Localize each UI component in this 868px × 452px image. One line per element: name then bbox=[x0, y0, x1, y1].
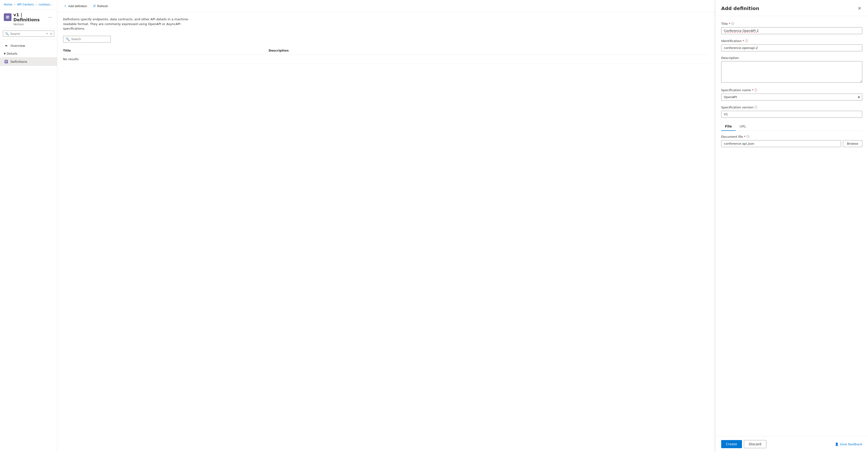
search-input[interactable] bbox=[10, 32, 44, 36]
content-description: Definitions specify endpoints, data cont… bbox=[63, 17, 202, 31]
form-field-title: Title * ⓘ bbox=[721, 22, 862, 34]
collapse-panel-button[interactable]: « bbox=[50, 32, 52, 36]
table-row-empty: No results bbox=[63, 55, 710, 63]
add-definition-button[interactable]: ＋ Add definition bbox=[61, 2, 90, 9]
spec-name-info-icon[interactable]: ⓘ bbox=[754, 88, 757, 92]
column-header-description: Description bbox=[269, 46, 710, 55]
left-panel: Home › API Centers › contoso-api-center … bbox=[0, 0, 57, 452]
column-header-title: Title bbox=[63, 46, 269, 55]
page-subtitle: Version bbox=[13, 23, 53, 26]
document-file-input[interactable] bbox=[721, 140, 841, 147]
sidebar-section-details[interactable]: ▼ Details bbox=[0, 50, 57, 57]
breadcrumb-contoso[interactable]: contoso-api-center | APIs bbox=[39, 3, 57, 6]
doc-file-info-icon[interactable]: ⓘ bbox=[746, 135, 749, 139]
search-box-container: 🔍 × « bbox=[0, 28, 57, 39]
definitions-label: Definitions bbox=[10, 60, 27, 63]
svg-rect-5 bbox=[5, 61, 7, 61]
form-label-spec-name: Specification name * ⓘ bbox=[721, 88, 862, 92]
spec-version-input[interactable] bbox=[721, 111, 862, 118]
table-search-input[interactable] bbox=[71, 37, 108, 41]
sidebar-item-definitions[interactable]: Definitions bbox=[0, 57, 57, 66]
page-header: v1 | Definitions ··· Version bbox=[0, 9, 57, 28]
doc-file-required: * bbox=[744, 135, 746, 139]
create-button[interactable]: Create bbox=[721, 440, 742, 448]
definitions-table: Title Description No results bbox=[63, 46, 710, 63]
feedback-icon: 👤 bbox=[835, 443, 839, 446]
add-definition-label: Add definition bbox=[68, 4, 87, 8]
form-label-spec-version: Specification version ⓘ bbox=[721, 105, 862, 109]
form-label-title: Title * ⓘ bbox=[721, 22, 862, 26]
svg-rect-1 bbox=[6, 16, 9, 17]
content-area: Definitions specify endpoints, data cont… bbox=[57, 12, 715, 452]
file-upload-row: Browse bbox=[721, 140, 862, 147]
breadcrumb: Home › API Centers › contoso-api-center … bbox=[0, 0, 57, 9]
identification-required: * bbox=[742, 39, 744, 43]
spec-name-select-wrapper: OpenAPI AsyncAPI WSDL WADL GraphQL ▼ bbox=[721, 94, 862, 100]
refresh-icon: ↺ bbox=[93, 4, 96, 8]
side-panel-footer: Create Discard 👤 Give feedback bbox=[715, 436, 868, 452]
form-field-spec-version: Specification version ⓘ bbox=[721, 105, 862, 118]
side-panel-title: Add definition bbox=[721, 5, 759, 11]
title-info-icon[interactable]: ⓘ bbox=[731, 22, 734, 26]
page-title: v1 | Definitions bbox=[13, 12, 45, 22]
give-feedback-link[interactable]: 👤 Give feedback bbox=[835, 443, 862, 446]
more-options-button[interactable]: ··· bbox=[47, 14, 53, 20]
breadcrumb-home[interactable]: Home bbox=[4, 3, 12, 6]
identification-info-icon[interactable]: ⓘ bbox=[745, 39, 748, 43]
tab-url[interactable]: URL bbox=[736, 122, 750, 130]
form-field-description: Description bbox=[721, 56, 862, 83]
plus-icon: ＋ bbox=[63, 4, 67, 8]
spec-name-select[interactable]: OpenAPI AsyncAPI WSDL WADL GraphQL bbox=[721, 94, 862, 100]
svg-rect-7 bbox=[5, 62, 7, 63]
sidebar-item-overview[interactable]: ➡️ Overview bbox=[0, 41, 57, 50]
table-search: 🔍 bbox=[63, 36, 710, 42]
main-content: ＋ Add definition ↺ Refresh Definitions s… bbox=[57, 0, 715, 452]
title-input[interactable] bbox=[721, 27, 862, 34]
overview-label: Overview bbox=[10, 44, 25, 48]
page-icon bbox=[4, 13, 11, 21]
browse-button[interactable]: Browse bbox=[843, 140, 862, 147]
form-label-document-file: Document file * ⓘ bbox=[721, 135, 862, 139]
side-panel-header: Add definition ✕ bbox=[715, 0, 868, 16]
form-field-spec-name: Specification name * ⓘ OpenAPI AsyncAPI … bbox=[721, 88, 862, 100]
identification-input[interactable] bbox=[721, 44, 862, 51]
form-field-document-file: Document file * ⓘ Browse bbox=[721, 135, 862, 147]
breadcrumb-api-centers[interactable]: API Centers bbox=[17, 3, 34, 6]
svg-rect-2 bbox=[6, 17, 9, 18]
navigation: ➡️ Overview ▼ Details Definitions bbox=[0, 39, 57, 452]
chevron-down-icon: ▼ bbox=[4, 52, 6, 55]
side-panel-body: Title * ⓘ Identification * ⓘ Description bbox=[715, 16, 868, 436]
tab-file[interactable]: File bbox=[721, 122, 736, 130]
definitions-icon bbox=[5, 15, 10, 19]
title-required: * bbox=[729, 22, 731, 26]
overview-icon: ➡️ bbox=[4, 43, 9, 48]
no-results-message: No results bbox=[63, 55, 710, 63]
close-panel-button[interactable]: ✕ bbox=[857, 5, 862, 12]
details-label: Details bbox=[7, 52, 18, 55]
svg-rect-3 bbox=[6, 18, 8, 18]
spec-version-info-icon[interactable]: ⓘ bbox=[754, 105, 757, 109]
clear-search-button[interactable]: × bbox=[46, 32, 48, 35]
form-field-identification: Identification * ⓘ bbox=[721, 39, 862, 51]
discard-button[interactable]: Discard bbox=[744, 440, 767, 448]
toolbar: ＋ Add definition ↺ Refresh bbox=[57, 0, 715, 12]
refresh-button[interactable]: ↺ Refresh bbox=[91, 3, 111, 9]
svg-rect-6 bbox=[5, 61, 7, 62]
search-icon: 🔍 bbox=[5, 32, 9, 36]
feedback-label: Give feedback bbox=[840, 443, 862, 446]
table-search-icon: 🔍 bbox=[66, 37, 70, 41]
refresh-label: Refresh bbox=[97, 4, 108, 8]
spec-name-required: * bbox=[752, 88, 753, 92]
definitions-nav-icon bbox=[4, 59, 9, 64]
form-label-description: Description bbox=[721, 56, 862, 60]
footer-actions: Create Discard bbox=[721, 440, 766, 448]
side-panel: Add definition ✕ Title * ⓘ Identificatio… bbox=[715, 0, 868, 452]
form-label-identification: Identification * ⓘ bbox=[721, 39, 862, 43]
description-textarea[interactable] bbox=[721, 61, 862, 83]
upload-tabs: File URL bbox=[721, 122, 862, 131]
